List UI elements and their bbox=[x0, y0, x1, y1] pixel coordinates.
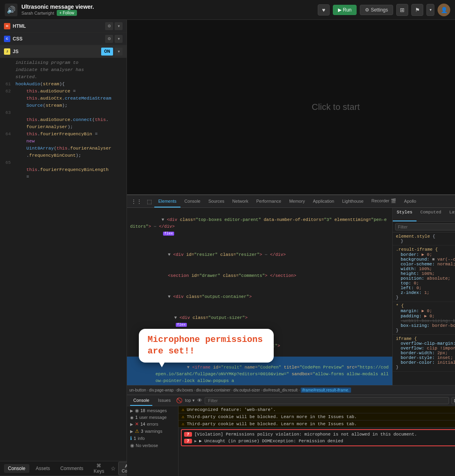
tab-apollo[interactable]: Apollo bbox=[400, 195, 420, 207]
run-button[interactable]: ▶ Run bbox=[333, 5, 357, 15]
viol-badge-1: 7 bbox=[184, 432, 192, 437]
bc-item-3[interactable]: div.boxes bbox=[177, 388, 193, 392]
console-filter-input[interactable] bbox=[205, 397, 449, 404]
console-tab-active[interactable]: Console bbox=[130, 395, 152, 406]
code-comment-2: indicate the analyser has bbox=[0, 67, 127, 74]
html-tab-label: HTML bbox=[13, 23, 26, 29]
dom-line-drawer[interactable]: <section id="drawer" class="comments"> <… bbox=[127, 265, 392, 286]
tab-recorder[interactable]: Recorder 🎬 bbox=[367, 195, 400, 207]
violation-row-1: 7 [Violation] Permissions policy violati… bbox=[184, 431, 455, 438]
devtools-inspect-btn[interactable]: ⬚ bbox=[144, 195, 154, 207]
console-level-select: Default levels ▼ bbox=[451, 397, 455, 404]
app-logo: 🔊 bbox=[5, 4, 17, 16]
bc-item-7[interactable]: iframe#result.result-iframe. bbox=[301, 388, 351, 393]
tab-performance[interactable]: Performance bbox=[252, 195, 285, 207]
viol-text-2: ▶ Uncaught (in promise) DOMException: Pe… bbox=[199, 438, 343, 443]
msg-group-user[interactable]: ◉ 1 user message bbox=[127, 414, 178, 420]
viol-expand[interactable]: ▶ bbox=[194, 439, 197, 443]
right-panel: Click to start ⋮⋮ ⬚ Elements Console Sou… bbox=[127, 20, 455, 476]
warn-text-2: Third-party cookie will be blocked. Lear… bbox=[187, 415, 455, 419]
msg-group-messages[interactable]: ▶ ◉ 18 messages bbox=[127, 407, 178, 414]
js-toggle-btn[interactable]: ON bbox=[101, 48, 113, 56]
sp-tab-styles[interactable]: Styles bbox=[393, 208, 417, 221]
code-comment-3: started. bbox=[0, 74, 127, 81]
html-icon: H bbox=[4, 23, 10, 29]
css-settings-btn[interactable]: ⚙ bbox=[105, 35, 113, 43]
bc-item-6[interactable]: div#result_div.result bbox=[263, 388, 298, 392]
preview-area[interactable]: Click to start bbox=[127, 20, 455, 194]
msg-group-info[interactable]: ℹ 1 info bbox=[127, 435, 178, 442]
msg-group-verbose[interactable]: ◉ No verbose bbox=[127, 442, 178, 449]
bc-item-2[interactable]: div.page-wrap bbox=[149, 388, 174, 392]
sp-tab-computed[interactable]: Computed bbox=[417, 208, 445, 221]
bc-item-4[interactable]: div.output-container bbox=[196, 388, 230, 392]
app-title: Ultrasonic message viewer. bbox=[21, 4, 314, 10]
console-eye-btn[interactable]: 👁 bbox=[197, 397, 202, 403]
tab-elements[interactable]: Elements bbox=[154, 195, 180, 207]
console-tab-btn[interactable]: Console bbox=[4, 464, 29, 473]
warn-text-3: Third-party cookie will be blocked. Lear… bbox=[187, 422, 455, 426]
html-settings-btn[interactable]: ⚙ bbox=[105, 22, 113, 30]
assets-tab-btn[interactable]: Assets bbox=[32, 464, 54, 473]
msg-icon-verbose: ◉ bbox=[130, 443, 134, 448]
breadcrumb-bar: un-button › div.page-wrap › div.boxes › … bbox=[127, 385, 455, 395]
console-warn-2: ⚠ Third-party cookie will be blocked. Le… bbox=[179, 413, 455, 420]
code-editor[interactable]: initialising program to indicate the ana… bbox=[0, 58, 127, 461]
bc-item-5[interactable]: div.output-sizer bbox=[233, 388, 260, 392]
console-top-btn[interactable]: top ▾ bbox=[185, 398, 194, 403]
tab-lighthouse[interactable]: Lighthouse bbox=[338, 195, 367, 207]
msg-label-messages: messages bbox=[147, 408, 167, 413]
tab-console[interactable]: Console bbox=[180, 195, 204, 207]
css-rule-star: * { global-cd47…2fee5.css:3 margin: ▶ 0;… bbox=[393, 302, 455, 335]
devtools-panel: ⋮⋮ ⬚ Elements Console Sources Network Pe… bbox=[127, 194, 455, 476]
settings-button[interactable]: ⚙ Settings bbox=[360, 5, 393, 15]
keys-tab-btn[interactable]: ⌘ Keys bbox=[90, 461, 108, 476]
devtools-sidebar-toggle[interactable]: ⋮⋮ bbox=[129, 195, 144, 207]
comments-tab-btn[interactable]: Comments bbox=[56, 464, 87, 473]
dom-line-output-container[interactable]: ▼ <div class="output-container"> bbox=[127, 286, 392, 307]
html-expand-btn[interactable]: ▾ bbox=[115, 22, 123, 30]
code-line-61: 61 hookAudio(stream){ bbox=[0, 81, 127, 88]
sp-tab-layout[interactable]: Layout bbox=[445, 208, 455, 221]
bc-item-1[interactable]: un-button bbox=[129, 388, 146, 392]
tab-network[interactable]: Network bbox=[228, 195, 252, 207]
issues-tab-btn[interactable]: Issues bbox=[155, 395, 174, 406]
html-tab[interactable]: H HTML ⚙ ▾ bbox=[0, 20, 127, 33]
tab-memory[interactable]: Memory bbox=[285, 195, 309, 207]
js-tab-label: JS bbox=[13, 49, 19, 54]
css-rule-iframe: iframe { user agent stylesheet overflow-… bbox=[393, 335, 455, 372]
tab-application[interactable]: Application bbox=[309, 195, 338, 207]
devtools-tabs-bar: ⋮⋮ ⬚ Elements Console Sources Network Pe… bbox=[127, 195, 455, 208]
tab-sources[interactable]: Sources bbox=[204, 195, 228, 207]
styles-filter-input[interactable] bbox=[395, 223, 455, 230]
msg-label-user: user message bbox=[139, 415, 167, 420]
grid-button[interactable]: ⊞ bbox=[396, 4, 408, 16]
callout-bubble: Microphone permissions are set!! bbox=[139, 329, 274, 363]
msg-count-messages: 18 bbox=[140, 408, 145, 413]
msg-count-errors: 14 bbox=[140, 422, 145, 426]
avatar: 👤 bbox=[438, 4, 450, 16]
dropdown-arrow[interactable]: ▾ bbox=[426, 4, 434, 16]
follow-button[interactable]: + Follow bbox=[57, 10, 77, 16]
code-line-63c: fourierAnalyser); bbox=[0, 124, 127, 131]
codepen-toolbar: Console Assets Comments ⌘ Keys ☆ Add to … bbox=[0, 461, 127, 476]
dom-line-resizer[interactable]: ▼ <div id="resizer" class="resizer"> ⋯ <… bbox=[127, 244, 392, 265]
console-left-col: ▶ ◉ 18 messages ◉ 1 user message ▶ ✕ bbox=[127, 406, 179, 476]
code-line-63b: this.audioSource.connect(this. bbox=[0, 117, 127, 124]
msg-group-errors[interactable]: ▶ ✕ 14 errors bbox=[127, 420, 178, 428]
code-line-62b: this.audioCtx.createMediaStream bbox=[0, 95, 127, 102]
css-rule-result-iframe: .result-iframe { editor-3a01…5f4d9.css:1… bbox=[393, 246, 455, 302]
styles-panel: Styles Computed Layout Event Listeners D… bbox=[393, 208, 455, 385]
viol-badge-2: 7 bbox=[184, 439, 192, 443]
author-name: Sarah Cartwright bbox=[21, 11, 54, 15]
dom-line-1[interactable]: ▼ <div class="top-boxes editor-parent" d… bbox=[127, 209, 392, 244]
js-tab[interactable]: J JS ON ▾ bbox=[0, 45, 127, 58]
flag-button[interactable]: ⚑ bbox=[411, 4, 423, 16]
css-tab[interactable]: C CSS ⚙ ▾ bbox=[0, 33, 127, 45]
msg-group-warnings[interactable]: ▶ ⚠ 3 warnings bbox=[127, 428, 178, 435]
heart-button[interactable]: ♥ bbox=[318, 4, 330, 15]
css-expand-btn[interactable]: ▾ bbox=[115, 35, 123, 43]
js-expand-btn[interactable]: ▾ bbox=[115, 48, 123, 56]
styles-panel-tabs: Styles Computed Layout Event Listeners D… bbox=[393, 208, 455, 222]
console-clear-btn[interactable]: 🚫 bbox=[176, 397, 182, 403]
